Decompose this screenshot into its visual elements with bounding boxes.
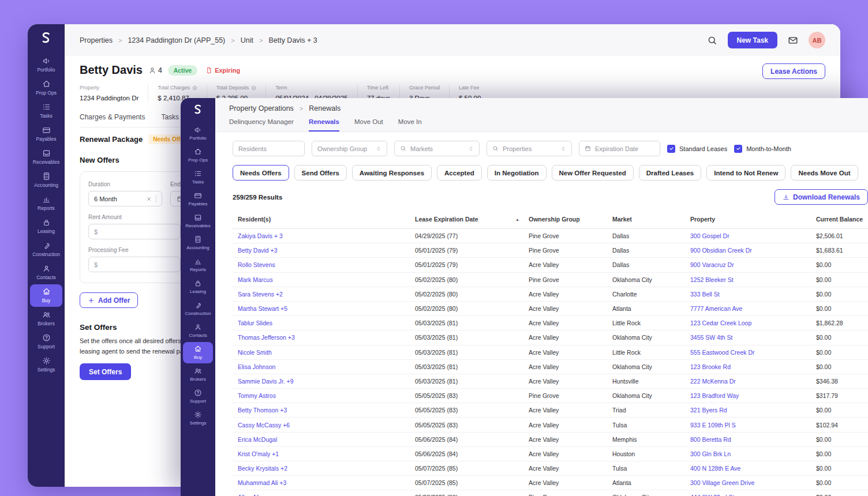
tab-renewals[interactable]: Renewals — [309, 118, 339, 131]
sidebar-item-tasks[interactable]: Tasks — [30, 100, 62, 122]
property-link[interactable]: 400 N 128th E Ave — [690, 465, 816, 472]
property-link[interactable]: 7777 American Ave — [690, 305, 816, 312]
filter-chip-needs-offers[interactable]: Needs Offers — [233, 165, 289, 181]
column-header-resident-s[interactable]: Resident(s) — [233, 216, 415, 223]
column-header-ownership-group[interactable]: Ownership Group — [529, 216, 612, 223]
sidebar-item-portfolio[interactable]: Portfolio — [183, 123, 213, 144]
avatar[interactable]: AB — [809, 32, 825, 48]
resident-link[interactable]: Cassy McCassy +6 — [233, 422, 415, 429]
resident-link[interactable]: Elisa Johnson — [233, 363, 415, 370]
app-logo-icon[interactable] — [190, 103, 205, 118]
sidebar-item-portfolio[interactable]: Portfolio — [30, 54, 62, 76]
new-task-button[interactable]: New Task — [728, 32, 777, 48]
breadcrumb-item[interactable]: Unit — [241, 36, 253, 44]
tab-delinquency-manager[interactable]: Delinquency Manager — [229, 118, 294, 131]
resident-link[interactable]: Tommy Astros — [233, 392, 415, 399]
filter-chip-intend-to-not-renew[interactable]: Intend to Not Renew — [706, 165, 785, 181]
expiration-date-filter[interactable]: Expiration Date — [579, 141, 660, 156]
breadcrumb-item[interactable]: Renewals — [309, 104, 341, 112]
tab-move-in[interactable]: Move In — [398, 118, 422, 131]
sidebar-item-contacts[interactable]: Contacts — [30, 261, 62, 284]
resident-link[interactable]: Mark Marcus — [233, 276, 415, 283]
breadcrumb-item[interactable]: Betty Davis + 3 — [268, 36, 317, 44]
sidebar-item-buy[interactable]: Buy — [30, 284, 62, 307]
standard-leases-checkbox[interactable]: Standard Leases — [667, 145, 727, 153]
sidebar-item-buy[interactable]: Buy — [183, 342, 213, 363]
download-renewals-button[interactable]: Download Renewals — [775, 189, 868, 205]
property-link[interactable]: 1252 Bleeker St — [690, 276, 816, 283]
sidebar-item-receivables[interactable]: Receivables — [30, 146, 62, 168]
breadcrumb-item[interactable]: 1234 Paddington Dr (APP_55) — [128, 36, 225, 44]
resident-link[interactable]: Martha Stewart +5 — [233, 305, 415, 312]
residents-filter-input[interactable] — [233, 141, 305, 156]
property-link[interactable]: 123 Brooke Rd — [690, 363, 816, 370]
resident-link[interactable]: Allen Alien — [233, 494, 415, 496]
property-link[interactable]: 444 SW 22nd St — [690, 494, 816, 496]
sidebar-item-construction[interactable]: Construction — [183, 298, 213, 320]
sidebar-item-support[interactable]: Support — [183, 386, 213, 407]
resident-link[interactable]: Thomas Jefferson +3 — [233, 334, 415, 341]
property-link[interactable]: 123 Bradford Way — [690, 392, 816, 399]
tab-move-out[interactable]: Move Out — [354, 118, 383, 131]
sidebar-item-settings[interactable]: Settings — [183, 408, 213, 429]
filter-chip-awaiting-responses[interactable]: Awaiting Responses — [352, 165, 432, 181]
column-header-lease-expiration-date[interactable]: Lease Expiration Date▲ — [415, 216, 529, 223]
sidebar-item-prop-ops[interactable]: Prop Ops — [183, 145, 213, 166]
resident-link[interactable]: Krist O'maly +1 — [233, 450, 415, 457]
filter-chip-accepted[interactable]: Accepted — [437, 165, 482, 181]
filter-chip-send-offers[interactable]: Send Offers — [294, 165, 347, 181]
resident-link[interactable]: Becky Krysitals +2 — [233, 465, 415, 472]
sidebar-item-reports[interactable]: Reports — [30, 192, 62, 215]
sidebar-item-support[interactable]: Support — [30, 330, 62, 353]
rent-amount-field[interactable] — [88, 224, 181, 239]
sidebar-item-contacts[interactable]: Contacts — [183, 320, 213, 341]
property-link[interactable]: 300 Gln Brk Ln — [690, 450, 816, 457]
set-offers-button[interactable]: Set Offers — [80, 363, 131, 380]
property-link[interactable]: 800 Beretta Rd — [690, 436, 816, 443]
resident-link[interactable]: Tablur Slides — [233, 320, 415, 326]
sidebar-item-brokers[interactable]: Brokers — [30, 307, 62, 330]
lease-actions-button[interactable]: Lease Actions — [762, 63, 825, 79]
property-link[interactable]: 900 Varacruz Dr — [690, 261, 816, 268]
property-link[interactable]: 300 Village Green Drive — [690, 479, 816, 486]
duration-select[interactable]: 6 Month — [88, 191, 162, 206]
month-to-month-checkbox[interactable]: Month-to-Month — [734, 145, 791, 153]
filter-chip-in-negotiation[interactable]: In Negotiation — [487, 165, 547, 181]
property-link[interactable]: 900 Obsidian Creek Dr — [690, 247, 816, 254]
resident-link[interactable]: Erica McDugal — [233, 436, 415, 443]
lease-tab-tasks[interactable]: Tasks — [161, 113, 179, 121]
search-icon[interactable] — [707, 35, 717, 46]
property-link[interactable]: 933 E 109th Pl S — [690, 422, 816, 429]
close-icon[interactable] — [146, 196, 152, 202]
sidebar-item-tasks[interactable]: Tasks — [183, 167, 213, 188]
resident-link[interactable]: Sara Stevens +2 — [233, 291, 415, 298]
sort-ascending-icon[interactable]: ▲ — [515, 217, 519, 221]
sidebar-item-prop-ops[interactable]: Prop Ops — [30, 77, 62, 99]
markets-filter[interactable]: Markets — [394, 141, 480, 156]
resident-link[interactable]: Rollo Stevens — [233, 261, 415, 268]
property-link[interactable]: 222 McKenna Dr — [690, 378, 816, 385]
app-logo-icon[interactable] — [38, 30, 55, 47]
resident-link[interactable]: Sammie Davis Jr. +9 — [233, 378, 415, 385]
sidebar-item-payables[interactable]: Payables — [183, 189, 213, 210]
resident-link[interactable]: Betty David +3 — [233, 247, 415, 254]
filter-chip-new-offer-requested[interactable]: New Offer Requested — [552, 165, 634, 181]
mail-icon[interactable] — [788, 35, 798, 46]
sidebar-item-brokers[interactable]: Brokers — [183, 364, 213, 385]
column-header-property[interactable]: Property — [690, 216, 816, 223]
property-link[interactable]: 123 Cedar Creek Loop — [690, 320, 816, 326]
sidebar-item-payables[interactable]: Payables — [30, 123, 62, 145]
property-link[interactable]: 555 Eastwood Creek Dr — [690, 349, 816, 356]
sidebar-item-receivables[interactable]: Receivables — [183, 211, 213, 232]
resident-link[interactable]: Nicole Smith — [233, 349, 415, 356]
resident-link[interactable]: Betty Thomson +3 — [233, 407, 415, 414]
column-header-current-balance[interactable]: Current Balance — [816, 216, 868, 223]
filter-chip-needs-move-out[interactable]: Needs Move Out — [791, 165, 858, 181]
breadcrumb-item[interactable]: Property Operations — [229, 104, 294, 112]
sidebar-item-construction[interactable]: Construction — [30, 238, 62, 261]
sidebar-item-leasing[interactable]: Leasing — [183, 276, 213, 298]
info-icon[interactable] — [251, 85, 256, 91]
property-link[interactable]: 3455 SW 4th St — [690, 334, 816, 341]
property-link[interactable]: 321 Byers Rd — [690, 407, 816, 414]
resident-link[interactable]: Muhammad Ali +3 — [233, 479, 415, 486]
